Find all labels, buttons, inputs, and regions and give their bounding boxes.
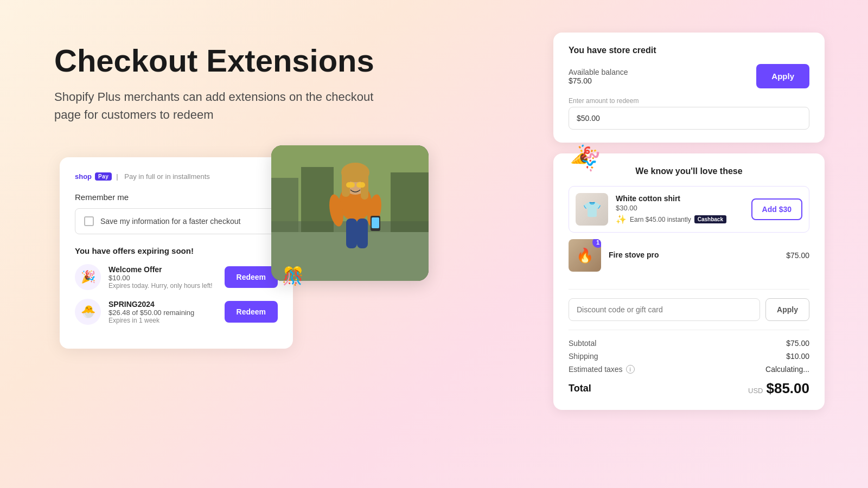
recommendations-title: We know you'll love these xyxy=(569,166,809,176)
subtotal-value: $75.00 xyxy=(786,339,809,348)
redeem-button-welcome[interactable]: Redeem xyxy=(225,266,278,288)
product-name-shirt: White cotton shirt xyxy=(616,194,744,203)
product-info-stove: Fire stove pro xyxy=(609,251,778,260)
offer-amount-welcome: $10.00 xyxy=(108,274,217,282)
offer-details-spring: SPRING2024 $26.48 of $50.00 remaining Ex… xyxy=(108,300,217,324)
svg-rect-12 xyxy=(356,182,365,188)
remember-me-checkbox[interactable] xyxy=(84,216,94,226)
total-label: Total xyxy=(569,383,591,394)
product-image-shirt: 👕 xyxy=(576,193,608,226)
product-image-stove: 🔥 1 xyxy=(569,239,601,272)
total-row: Total USD $85.00 xyxy=(569,380,809,397)
svg-rect-17 xyxy=(372,217,379,228)
shirt-icon: 👕 xyxy=(583,201,602,219)
product-price-stove: $75.00 xyxy=(786,251,809,260)
subtotal-label: Subtotal xyxy=(569,339,596,348)
taxes-value: Calculating... xyxy=(765,365,809,374)
shipping-row: Shipping $10.00 xyxy=(569,352,809,361)
discount-apply-button[interactable]: Apply xyxy=(765,298,809,321)
shoppay-logo: shop Pay xyxy=(75,172,112,181)
redeem-button-spring[interactable]: Redeem xyxy=(225,301,278,323)
taxes-label: Estimated taxes i xyxy=(569,365,635,374)
offer-icon-spring: 🐣 xyxy=(75,299,101,325)
product-badge-stove: 1 xyxy=(592,239,601,248)
shoppay-installments: Pay in full or in installments xyxy=(124,172,210,181)
subtotal-row: Subtotal $75.00 xyxy=(569,339,809,348)
product-info-shirt: White cotton shirt $30.00 ✨ Earn $45.00 … xyxy=(616,194,744,224)
offer-item-welcome: 🎉 Welcome Offer $10.00 Expires today. Hu… xyxy=(75,264,278,290)
offer-item-spring: 🐣 SPRING2024 $26.48 of $50.00 remaining … xyxy=(75,299,278,325)
credit-balance-label: Available balance xyxy=(569,68,628,76)
svg-rect-11 xyxy=(346,182,355,188)
total-value: USD $85.00 xyxy=(748,380,809,397)
product-item-shirt: 👕 White cotton shirt $30.00 ✨ Earn $45.0… xyxy=(569,186,809,233)
svg-rect-2 xyxy=(271,178,298,232)
offers-title: You have offers expiring soon! xyxy=(75,246,278,255)
shipping-label: Shipping xyxy=(569,352,598,361)
remember-me-text: Save my information for a faster checkou… xyxy=(100,217,240,226)
offer-name-welcome: Welcome Offer xyxy=(108,265,217,274)
shoppay-description: | xyxy=(116,172,120,181)
add-shirt-button[interactable]: Add $30 xyxy=(751,198,802,220)
credit-balance-amount: $75.00 xyxy=(569,76,628,85)
shoppay-row: shop Pay | Pay in full or in installment… xyxy=(75,172,278,181)
remember-me-label: Remember me xyxy=(75,192,278,202)
discount-section: Apply xyxy=(569,289,809,321)
store-credit-apply-button[interactable]: Apply xyxy=(756,64,809,88)
hero-title: Checkout Extensions xyxy=(54,43,380,78)
hero-section: Checkout Extensions Shopify Plus merchan… xyxy=(54,43,380,124)
right-panel: You have store credit Available balance … xyxy=(553,33,825,410)
svg-rect-4 xyxy=(391,172,429,232)
shoppay-badge: Pay xyxy=(95,172,112,181)
recommendations-card: We know you'll love these 👕 White cotton… xyxy=(553,153,825,410)
shoppay-logo-text: shop xyxy=(75,172,92,181)
discount-code-input[interactable] xyxy=(569,298,760,321)
product-item-stove: 🔥 1 Fire stove pro $75.00 xyxy=(569,239,809,280)
offer-name-spring: SPRING2024 xyxy=(108,300,217,309)
offer-amount-spring: $26.48 of $50.00 remaining xyxy=(108,309,217,317)
photo-card xyxy=(271,145,429,281)
credit-input-label: Enter amount to redeem xyxy=(569,97,809,105)
svg-rect-18 xyxy=(346,219,357,248)
store-credit-card: You have store credit Available balance … xyxy=(553,33,825,143)
person-image xyxy=(271,145,429,281)
cashback-badge: Cashback xyxy=(694,215,726,223)
total-currency: USD xyxy=(748,387,763,395)
total-amount: $85.00 xyxy=(766,380,809,397)
credit-input-wrapper: Enter amount to redeem xyxy=(569,97,809,130)
svg-rect-19 xyxy=(357,219,368,248)
offer-icon-welcome: 🎉 xyxy=(75,264,101,290)
credit-amount-input[interactable] xyxy=(569,107,809,130)
stove-icon: 🔥 xyxy=(576,247,593,264)
checkout-card: shop Pay | Pay in full or in installment… xyxy=(60,157,293,349)
shipping-value: $10.00 xyxy=(786,352,809,361)
product-price-shirt: $30.00 xyxy=(616,204,744,212)
cashback-row: ✨ Earn $45.00 instantly Cashback xyxy=(616,214,744,224)
confetti-bottom-left: 🎊 xyxy=(282,266,304,286)
offer-details-welcome: Welcome Offer $10.00 Expires today. Hurr… xyxy=(108,265,217,290)
svg-rect-3 xyxy=(301,167,334,232)
remember-me-checkbox-row[interactable]: Save my information for a faster checkou… xyxy=(75,208,278,234)
taxes-row: Estimated taxes i Calculating... xyxy=(569,365,809,374)
offer-expiry-spring: Expires in 1 week xyxy=(108,317,217,324)
order-summary: Subtotal $75.00 Shipping $10.00 Estimate… xyxy=(569,330,809,397)
credit-balance-info: Available balance $75.00 xyxy=(569,68,628,85)
cashback-emoji: ✨ xyxy=(616,214,627,224)
discount-row: Apply xyxy=(569,298,809,321)
hero-subtitle: Shopify Plus merchants can add extension… xyxy=(54,88,380,124)
store-credit-title: You have store credit xyxy=(569,46,809,55)
cashback-text: Earn $45.00 instantly xyxy=(630,216,691,223)
product-name-stove: Fire stove pro xyxy=(609,251,778,259)
credit-balance-row: Available balance $75.00 Apply xyxy=(569,64,809,88)
taxes-info-icon[interactable]: i xyxy=(626,365,635,374)
offer-expiry-welcome: Expires today. Hurry, only hours left! xyxy=(108,282,217,290)
